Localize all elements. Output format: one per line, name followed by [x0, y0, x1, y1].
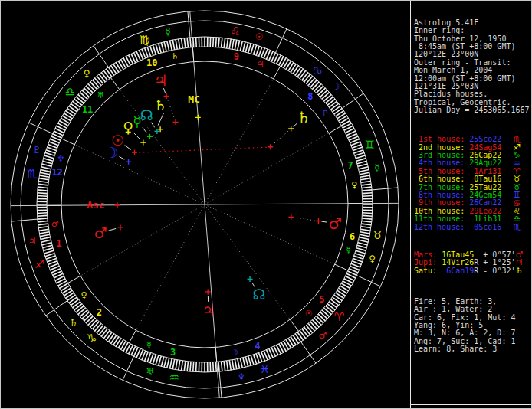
sign-glyph-virgo: ♍ [140, 33, 149, 47]
sign-ruler-glyph-virgo: ☿ [165, 27, 170, 38]
tick [227, 38, 228, 48]
tick [227, 361, 228, 371]
tick [80, 310, 87, 317]
mark-natal-sun [132, 150, 137, 155]
house-number-12: 12 [51, 167, 62, 178]
tick [86, 316, 93, 323]
tick [245, 357, 248, 367]
mark-outer-transit-saturn [288, 126, 294, 131]
tick [38, 187, 48, 188]
tick [218, 362, 219, 371]
sign-boundary [276, 29, 287, 53]
pointer-dotted-transit-jupiter [168, 100, 175, 119]
tick [92, 322, 99, 329]
sign-boundary [372, 188, 398, 190]
tick [190, 38, 191, 47]
tick [357, 245, 367, 247]
tick [362, 187, 372, 188]
sign-ruler-glyph-pisces: ♆ [237, 371, 245, 382]
tick [41, 169, 51, 172]
mark-natal-mars [117, 224, 123, 230]
house-label: 12th house: [414, 224, 469, 231]
sign-glyph-libra: ♎ [65, 85, 75, 99]
tick [362, 215, 372, 216]
tick [39, 232, 49, 234]
tick [356, 248, 366, 251]
tick [41, 167, 51, 169]
tick [38, 190, 48, 191]
tick [196, 37, 197, 47]
sidebar-bottom-divider [411, 404, 531, 405]
sign-boundary [188, 11, 190, 38]
house-ruler-glyph-8: ♇ [322, 109, 330, 119]
tick [235, 359, 236, 369]
tick [90, 320, 97, 328]
tick [164, 42, 166, 52]
tick [362, 221, 372, 222]
tick [39, 175, 49, 177]
transit-planet-jupiter: ♃ [154, 71, 168, 90]
house-ruler-glyph-2: ♀ [80, 290, 87, 300]
sign-boundary [29, 123, 53, 133]
mark-outer-transit-mars [316, 218, 321, 224]
tick [190, 362, 191, 371]
house-ruler-glyph-11: ♅ [97, 90, 104, 100]
tick [317, 316, 323, 323]
house-number-2: 2 [97, 307, 102, 318]
chart-info-header: Astrolog 5.41FInner ring:Thu October 12,… [414, 19, 531, 115]
tick [179, 360, 180, 370]
planet-label: Satu: [414, 267, 442, 275]
tick [38, 227, 48, 228]
tick [232, 39, 234, 49]
tick [238, 358, 240, 368]
tick [38, 224, 48, 225]
house-number-7: 7 [348, 160, 353, 171]
tick [318, 314, 325, 321]
tick [41, 240, 51, 242]
tick [43, 159, 52, 162]
astrolog-window: AscMC1♂2♀3☿4☽5☉6☿7♀8♇9♃10♄11♅12♆♈♂♉♀♊☿♋☽… [0, 0, 532, 409]
tick [356, 159, 366, 162]
axis-label-mc: MC [188, 93, 200, 105]
house-number-11: 11 [82, 104, 93, 115]
tick [243, 358, 245, 368]
tick [43, 248, 52, 251]
axis-mark-asc [115, 202, 120, 208]
house-number-5: 5 [319, 294, 324, 305]
pointer-natal-moon [119, 156, 124, 159]
cusp-spoke-3 [136, 204, 205, 330]
tick [359, 169, 369, 172]
tick [37, 196, 47, 197]
tick [235, 40, 236, 50]
tick [355, 152, 364, 155]
tick [229, 39, 231, 49]
cusp-spoke-9 [205, 79, 274, 204]
tick [172, 359, 174, 369]
tick [232, 360, 234, 370]
house-ruler-glyph-6: ☿ [346, 245, 351, 255]
sign-ruler-glyph-gemini: ☿ [374, 162, 379, 173]
tick [359, 237, 369, 240]
sign-glyph-cancer: ♋ [312, 64, 322, 77]
tick [357, 161, 367, 163]
tick [322, 310, 330, 317]
tick [355, 254, 364, 257]
tick [44, 155, 54, 159]
tick [213, 362, 214, 372]
sign-glyph: ♏ [513, 224, 521, 231]
planet-glyph: ♄ [515, 267, 523, 275]
tick [82, 90, 90, 97]
axis-mark-mc [195, 115, 201, 120]
tick [88, 83, 95, 90]
pointer-dotted-transit-saturn [273, 131, 288, 144]
tick [161, 357, 163, 367]
tick [86, 86, 93, 93]
tick [248, 43, 251, 52]
sign-glyph-gemini: ♊ [364, 138, 374, 152]
planet-motion: R - 0°32' [474, 267, 515, 275]
cusp-line-10 [192, 47, 193, 62]
tick [251, 44, 254, 54]
tick [360, 234, 369, 236]
tick [182, 38, 183, 48]
sign-ruler-glyph-aquarius: ♅ [146, 367, 155, 378]
